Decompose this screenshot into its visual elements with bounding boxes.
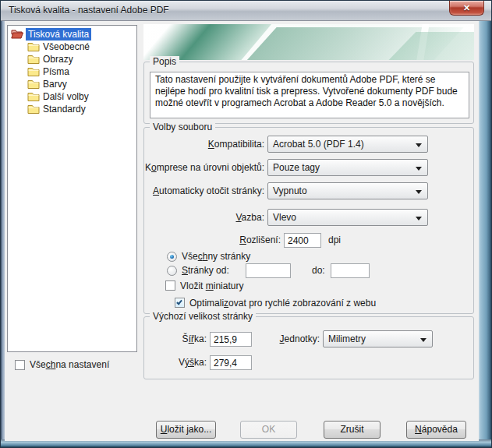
folder-icon [27, 54, 40, 64]
dropdown-arrow-icon [416, 143, 422, 147]
object-compression-value: Pouze tagy [273, 162, 320, 173]
compatibility-combobox[interactable]: Acrobat 5.0 (PDF 1.4) [267, 136, 428, 153]
auto-rotate-value: Vypnuto [273, 185, 307, 196]
units-combobox[interactable]: Milimetry [323, 330, 433, 347]
all-pages-radio[interactable] [167, 252, 177, 262]
folder-icon [27, 66, 40, 76]
cancel-label: Zrušit [341, 424, 364, 435]
save-as-label: Uložit jako... [161, 424, 211, 435]
close-icon: ✕ [463, 3, 470, 12]
all-pages-label: Všechny stránky [182, 251, 250, 263]
tree-item-dalsi-volby[interactable]: Další volby [8, 90, 136, 103]
dropdown-arrow-icon [416, 217, 422, 220]
cancel-button[interactable]: Zrušit [324, 421, 381, 439]
tree-item-barvy[interactable]: Barvy [8, 78, 136, 90]
auto-rotate-combobox[interactable]: Vypnuto [267, 182, 428, 199]
file-options-group: Volby souboru Kompatibilita: Acrobat 5.0… [143, 127, 474, 314]
folder-icon [27, 79, 40, 89]
resolution-unit-label: dpi [328, 231, 341, 249]
embed-thumbnails-checkbox[interactable] [165, 280, 175, 291]
binding-combobox[interactable]: Vlevo [267, 209, 428, 226]
dropdown-arrow-icon [416, 167, 422, 171]
object-compression-combobox[interactable]: Pouze tagy [267, 159, 428, 176]
ok-label: OK [262, 424, 275, 435]
tree-item-label: Barvy [43, 78, 67, 90]
tree-item-label: Písma [43, 65, 69, 78]
red-open-folder-icon [11, 29, 23, 39]
folder-icon [27, 104, 40, 114]
window-frame-right [477, 21, 491, 447]
folder-icon [27, 41, 40, 51]
tree-item-standardy[interactable]: Standardy [8, 103, 136, 115]
tree-item-tiskova-kvalita[interactable]: Tisková kvalita [8, 28, 136, 41]
dropdown-arrow-icon [420, 338, 427, 342]
page-width-label: Šířka: [144, 330, 207, 347]
tree-item-label: Všeobecné [43, 41, 90, 53]
units-label: Jednotky: [253, 330, 320, 347]
settings-tree: Tisková kvalita Všeobecné Obrazy Písma [7, 25, 137, 352]
auto-rotate-label: Automaticky otočit stránky: [144, 182, 264, 199]
folder-icon [27, 91, 40, 101]
tree-item-label: Obrazy [43, 53, 73, 65]
close-button[interactable]: ✕ [449, 1, 484, 16]
page-width-input[interactable] [210, 332, 252, 347]
web-optimize-label: Optimalizovat pro rychlé zobrazování z w… [189, 298, 376, 309]
tree-item-label: Standardy [43, 103, 86, 115]
dialog-client-area: Tisková kvalita Všeobecné Obrazy Písma [5, 21, 479, 441]
compatibility-value: Acrobat 5.0 (PDF 1.4) [273, 139, 364, 150]
help-label: Nápověda [415, 424, 458, 435]
dropdown-arrow-icon [416, 190, 422, 194]
all-settings-checkbox[interactable] [15, 360, 25, 370]
resolution-label: Rozlišení: [144, 231, 281, 249]
check-icon [176, 299, 182, 305]
radio-dot-icon [170, 255, 174, 259]
description-group: Popis Tato nastavení použijte k vytvářen… [143, 62, 474, 124]
description-group-title: Popis [150, 56, 179, 67]
adobe-pdf-settings-dialog: Tisková kvalita - nastavení Adobe PDF ✕ … [0, 0, 492, 448]
tree-item-obrazy[interactable]: Obrazy [8, 53, 136, 65]
save-as-button[interactable]: Uložit jako... [156, 421, 216, 439]
object-compression-label: Komprese na úrovni objektů: [144, 159, 264, 176]
compatibility-label: Kompatibilita: [144, 136, 264, 153]
binding-label: Vazba: [144, 209, 264, 226]
page-from-input[interactable] [246, 263, 291, 278]
file-options-group-title: Volby souboru [150, 122, 215, 132]
page-height-input[interactable] [210, 355, 252, 370]
page-height-label: Výška: [144, 354, 207, 371]
help-button[interactable]: Nápověda [406, 421, 466, 439]
page-size-group-title: Výchozí velikost stránky [150, 311, 256, 322]
tree-item-vseobecne[interactable]: Všeobecné [8, 41, 136, 53]
page-to-label: do: [312, 265, 325, 277]
page-range-radio[interactable] [167, 266, 177, 276]
page-size-group: Výchozí velikost stránky Šířka: Jednotky… [143, 316, 474, 379]
tree-item-pisma[interactable]: Písma [8, 65, 136, 78]
embed-thumbnails-label: Vložit miniatury [180, 280, 243, 292]
description-text-box: Tato nastavení použijte k vytváření doku… [150, 72, 469, 118]
tree-item-label: Tisková kvalita [26, 28, 91, 41]
web-optimize-checkbox[interactable] [175, 298, 185, 308]
page-to-input[interactable] [331, 263, 370, 278]
page-range-label: Stránky od: [182, 265, 229, 277]
all-settings-label: Všechna nastavení [30, 359, 109, 370]
binding-value: Vlevo [273, 212, 296, 223]
tree-item-label: Další volby [43, 90, 89, 103]
window-title: Tisková kvalita - nastavení Adobe PDF [9, 5, 169, 16]
units-value: Milimetry [328, 333, 366, 344]
ok-button[interactable]: OK [240, 421, 297, 439]
title-bar[interactable]: Tisková kvalita - nastavení Adobe PDF ✕ [1, 1, 491, 21]
decorative-banner [143, 24, 474, 60]
resolution-input[interactable] [284, 233, 321, 248]
